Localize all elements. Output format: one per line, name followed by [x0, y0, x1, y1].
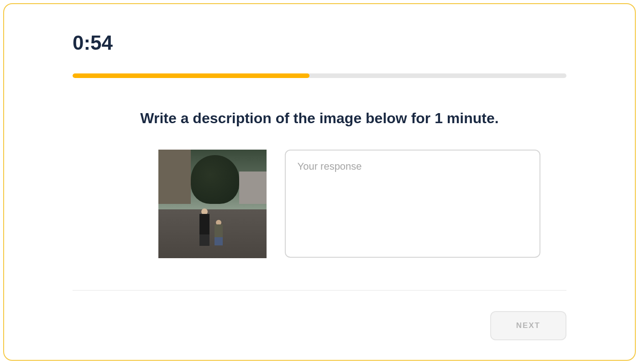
next-button[interactable]: NEXT — [490, 311, 566, 340]
prompt-instruction: Write a description of the image below f… — [73, 110, 566, 127]
countdown-timer: 0:54 — [73, 31, 566, 54]
footer-divider — [73, 290, 566, 291]
progress-bar-fill — [73, 73, 309, 78]
progress-bar — [73, 73, 566, 78]
footer-actions: NEXT — [73, 311, 566, 340]
content-area — [73, 150, 566, 258]
response-input[interactable] — [285, 150, 540, 258]
exercise-panel: 0:54 Write a description of the image be… — [3, 3, 636, 361]
prompt-image — [158, 150, 267, 258]
